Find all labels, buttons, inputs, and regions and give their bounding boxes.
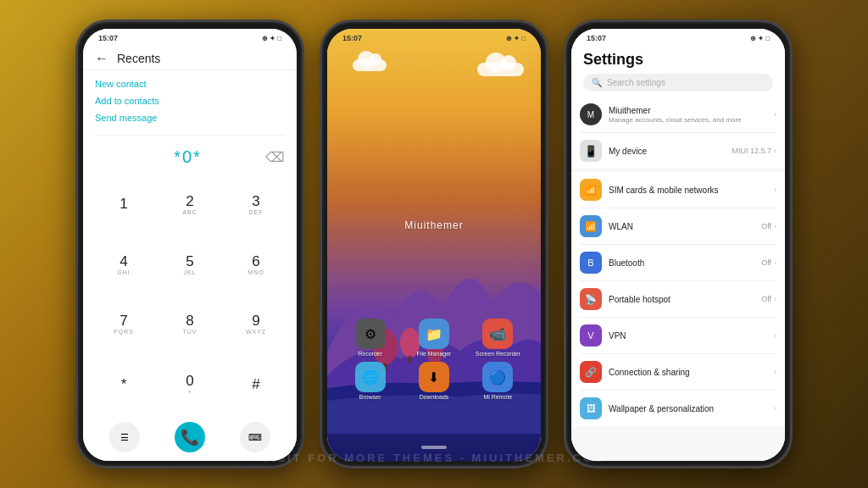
app-downloads[interactable]: ⬇ Downloads	[404, 362, 463, 400]
vpn-text: VPN	[609, 331, 767, 341]
send-message-action[interactable]: Send message	[95, 109, 285, 126]
vpn-item[interactable]: V VPN ›	[580, 318, 776, 354]
mi-remote-icon: 🔵	[482, 362, 513, 392]
search-icon: 🔍	[592, 78, 602, 87]
wlan-text: WLAN	[609, 222, 754, 231]
backspace-button[interactable]: ⌫	[265, 149, 285, 165]
status-bar-1: 15:07 ⊕ ✦ □	[83, 29, 297, 44]
account-text: Miuithemer Manage accounts, cloud servic…	[609, 106, 767, 124]
hotspot-label: Portable hotspot	[609, 295, 754, 304]
key-7[interactable]: 7PQRS	[92, 296, 156, 354]
wlan-chevron-icon: ›	[774, 222, 776, 230]
keypad-button[interactable]: ⌨	[240, 422, 270, 452]
bluetooth-item[interactable]: B Bluetooth Off ›	[580, 245, 776, 281]
home-app-title: Miuithemer	[404, 219, 463, 231]
dial-keypad: 1 2ABC 3DEF 4GHI 5JKL 6MNO 7PQRS 8TUV 9W…	[83, 172, 297, 417]
key-8[interactable]: 8TUV	[158, 296, 222, 354]
file-manager-label: File Manager	[417, 351, 452, 357]
sim-text: SIM cards & mobile networks	[609, 186, 767, 195]
recorder-label: Recorder	[358, 351, 382, 357]
wallpaper: Miuithemer ⚙ Recorder 📁 File Manager 📹 S…	[327, 44, 541, 434]
time-1: 15:07	[98, 34, 118, 42]
account-chevron-wrap: ›	[774, 110, 776, 119]
downloads-icon: ⬇	[419, 362, 449, 392]
connection-chevron-icon: ›	[774, 368, 776, 376]
mi-remote-label: Mi Remote	[483, 394, 512, 400]
vpn-label: VPN	[609, 331, 767, 341]
wallpaper-icon: 🖼	[580, 397, 602, 419]
hotspot-right: Off ›	[761, 295, 776, 303]
bluetooth-text: Bluetooth	[609, 258, 754, 268]
settings-list: M Miuithemer Manage accounts, cloud serv…	[571, 97, 785, 461]
menu-button[interactable]: ☰	[109, 422, 140, 452]
account-sub: Manage accounts, cloud services, and mor…	[609, 116, 767, 124]
dialer-title: Recents	[117, 52, 160, 65]
add-to-contacts-action[interactable]: Add to contacts	[95, 92, 285, 109]
my-device-text: My device	[609, 147, 725, 156]
new-contact-action[interactable]: New contact	[95, 75, 285, 92]
vpn-icon: V	[580, 324, 602, 347]
dialer-input-display[interactable]: *0*	[119, 147, 257, 167]
browser-icon: 🌐	[355, 362, 386, 392]
status-bar-3: 15:07 ⊕ ✦ □	[571, 29, 785, 44]
dialer-content: ← Recents New contact Add to contacts Se…	[83, 44, 297, 461]
key-0[interactable]: 0+	[158, 355, 222, 413]
time-2: 15:07	[342, 34, 362, 42]
app-mi-remote[interactable]: 🔵 Mi Remote	[469, 362, 527, 400]
wallpaper-item[interactable]: 🖼 Wallpaper & personalization ›	[580, 391, 776, 426]
browser-label: Browser	[359, 394, 381, 400]
key-hash[interactable]: #	[224, 355, 288, 413]
status-icons-3: ⊕ ✦ □	[750, 35, 770, 42]
bluetooth-icon: B	[580, 252, 602, 274]
key-2[interactable]: 2ABC	[158, 175, 222, 234]
back-button[interactable]: ←	[95, 51, 108, 66]
screen-recorder-label: Screen Recorder	[476, 351, 520, 357]
connection-sharing-item[interactable]: 🔗 Connection & sharing ›	[580, 354, 776, 391]
app-recorder[interactable]: ⚙ Recorder	[341, 319, 399, 357]
key-3[interactable]: 3DEF	[224, 175, 288, 234]
watermark-text: VISIT FOR MORE THEMES - MIUITHEMER.COM	[262, 452, 606, 464]
key-5[interactable]: 5JKL	[158, 236, 222, 294]
account-item[interactable]: M Miuithemer Manage accounts, cloud serv…	[580, 97, 776, 133]
sim-label: SIM cards & mobile networks	[609, 186, 767, 195]
settings-search-bar[interactable]: 🔍 Search settings	[583, 74, 773, 92]
hotspot-icon: 📡	[580, 288, 602, 310]
dialer-header: ← Recents	[83, 44, 297, 70]
settings-header: Settings 🔍 Search settings	[571, 44, 785, 97]
wlan-item[interactable]: 📶 WLAN Off ›	[580, 208, 776, 245]
downloads-label: Downloads	[420, 394, 449, 400]
my-device-chevron-icon: ›	[774, 147, 776, 155]
settings-account-section: M Miuithemer Manage accounts, cloud serv…	[571, 97, 785, 169]
wallpaper-chevron-icon: ›	[774, 404, 776, 413]
bluetooth-chevron-icon: ›	[774, 258, 776, 267]
account-chevron-icon: ›	[774, 110, 776, 119]
sim-cards-item[interactable]: 📶 SIM cards & mobile networks ›	[580, 172, 776, 208]
phone-settings: 15:07 ⊕ ✦ □ Settings 🔍 Search settings M	[564, 19, 793, 469]
my-device-item[interactable]: 📱 My device MIUI 12.5.7 ›	[580, 133, 776, 169]
app-file-manager[interactable]: 📁 File Manager	[404, 319, 463, 357]
vpn-chevron-icon: ›	[774, 331, 776, 340]
hotspot-item[interactable]: 📡 Portable hotspot Off ›	[580, 281, 776, 318]
account-name: Miuithemer	[609, 106, 767, 115]
app-screen-recorder[interactable]: 📹 Screen Recorder	[469, 319, 527, 357]
recorder-icon: ⚙	[355, 319, 386, 349]
key-9[interactable]: 9WXYZ	[224, 296, 288, 354]
call-button[interactable]: 📞	[175, 422, 205, 452]
time-3: 15:07	[587, 34, 606, 42]
key-6[interactable]: 6MNO	[224, 236, 288, 294]
search-placeholder: Search settings	[607, 78, 665, 87]
hotspot-text: Portable hotspot	[609, 295, 754, 304]
status-icons-2: ⊕ ✦ □	[506, 35, 526, 42]
dialer-input-row: *0* ⌫	[83, 139, 297, 172]
key-4[interactable]: 4GHI	[92, 236, 156, 294]
key-1[interactable]: 1	[92, 175, 156, 234]
bluetooth-right: Off ›	[761, 258, 776, 267]
settings-title: Settings	[583, 51, 773, 69]
cloud-2	[477, 63, 524, 76]
settings-network-section: 📶 SIM cards & mobile networks › 📶 WLAN O…	[571, 172, 785, 426]
settings-screen: 15:07 ⊕ ✦ □ Settings 🔍 Search settings M	[571, 29, 785, 461]
app-grid: ⚙ Recorder 📁 File Manager 📹 Screen Recor…	[327, 319, 541, 400]
app-browser[interactable]: 🌐 Browser	[341, 362, 399, 400]
key-star[interactable]: *	[92, 355, 156, 413]
hotspot-chevron-icon: ›	[774, 295, 776, 303]
